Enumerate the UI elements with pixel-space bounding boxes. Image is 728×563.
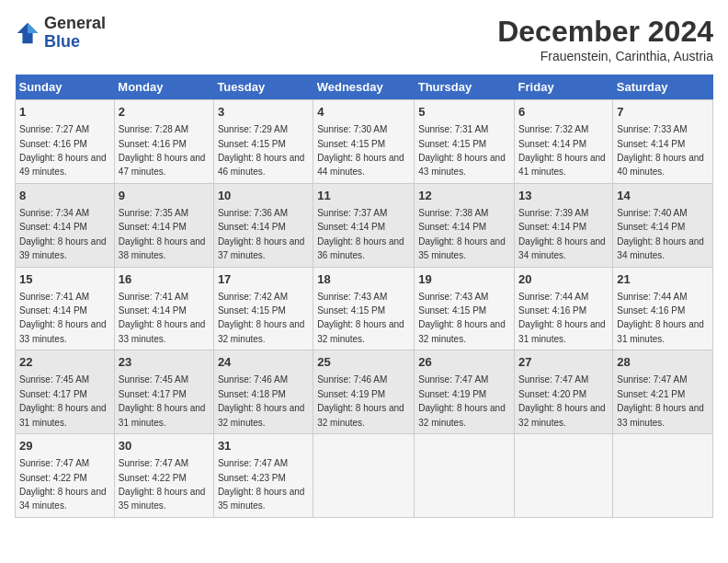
calendar-week-row: 29Sunrise: 7:47 AMSunset: 4:22 PMDayligh… [16, 434, 713, 518]
calendar-day-cell [415, 434, 515, 518]
day-info: Sunrise: 7:30 AMSunset: 4:15 PMDaylight:… [317, 124, 404, 177]
day-info: Sunrise: 7:35 AMSunset: 4:14 PMDaylight:… [119, 208, 206, 260]
day-number: 21 [617, 271, 709, 288]
logo-text: General Blue [44, 15, 106, 52]
calendar-day-cell: 30Sunrise: 7:47 AMSunset: 4:22 PMDayligh… [114, 434, 213, 518]
title-area: December 2024 Frauenstein, Carinthia, Au… [497, 15, 713, 63]
day-info: Sunrise: 7:40 AMSunset: 4:14 PMDaylight:… [617, 208, 704, 260]
calendar-day-cell [313, 434, 415, 518]
day-number: 25 [317, 354, 410, 371]
calendar-day-cell: 28Sunrise: 7:47 AMSunset: 4:21 PMDayligh… [613, 350, 713, 434]
logo: General Blue [15, 15, 106, 52]
calendar-day-cell: 4Sunrise: 7:30 AMSunset: 4:15 PMDaylight… [313, 100, 415, 184]
calendar-day-cell: 18Sunrise: 7:43 AMSunset: 4:15 PMDayligh… [313, 267, 415, 350]
calendar-day-cell: 17Sunrise: 7:42 AMSunset: 4:15 PMDayligh… [213, 267, 313, 350]
weekday-header: Wednesday [313, 75, 415, 100]
calendar-day-cell: 9Sunrise: 7:35 AMSunset: 4:14 PMDaylight… [114, 183, 213, 267]
calendar-day-cell [613, 434, 713, 518]
calendar-table: SundayMondayTuesdayWednesdayThursdayFrid… [15, 75, 713, 518]
day-number: 28 [617, 354, 709, 371]
calendar-week-row: 8Sunrise: 7:34 AMSunset: 4:14 PMDaylight… [16, 183, 713, 267]
day-number: 8 [19, 188, 110, 204]
calendar-day-cell: 7Sunrise: 7:33 AMSunset: 4:14 PMDaylight… [613, 100, 713, 184]
calendar-day-cell: 15Sunrise: 7:41 AMSunset: 4:14 PMDayligh… [16, 267, 115, 350]
day-info: Sunrise: 7:39 AMSunset: 4:14 PMDaylight:… [518, 208, 606, 260]
weekday-header: Sunday [16, 75, 115, 100]
calendar-day-cell: 20Sunrise: 7:44 AMSunset: 4:16 PMDayligh… [515, 267, 613, 350]
calendar-day-cell: 19Sunrise: 7:43 AMSunset: 4:15 PMDayligh… [415, 267, 515, 350]
day-number: 27 [518, 354, 609, 371]
calendar-week-row: 1Sunrise: 7:27 AMSunset: 4:16 PMDaylight… [16, 100, 713, 184]
day-info: Sunrise: 7:29 AMSunset: 4:15 PMDaylight:… [218, 124, 305, 177]
day-number: 26 [418, 354, 510, 371]
calendar-day-cell: 13Sunrise: 7:39 AMSunset: 4:14 PMDayligh… [515, 183, 613, 267]
day-number: 10 [218, 188, 309, 204]
weekday-header: Tuesday [213, 75, 313, 100]
day-info: Sunrise: 7:36 AMSunset: 4:14 PMDaylight:… [218, 208, 305, 260]
calendar-day-cell: 29Sunrise: 7:47 AMSunset: 4:22 PMDayligh… [16, 434, 115, 518]
day-number: 14 [617, 188, 709, 204]
day-info: Sunrise: 7:44 AMSunset: 4:16 PMDaylight:… [617, 292, 704, 344]
calendar-day-cell: 1Sunrise: 7:27 AMSunset: 4:16 PMDaylight… [16, 100, 115, 184]
calendar-day-cell: 5Sunrise: 7:31 AMSunset: 4:15 PMDaylight… [415, 100, 515, 184]
day-info: Sunrise: 7:45 AMSunset: 4:17 PMDaylight:… [19, 374, 107, 427]
day-number: 2 [119, 104, 210, 121]
calendar-day-cell: 16Sunrise: 7:41 AMSunset: 4:14 PMDayligh… [114, 267, 213, 350]
day-number: 13 [518, 188, 609, 204]
day-number: 29 [19, 438, 110, 454]
month-title: December 2024 [497, 15, 713, 49]
day-info: Sunrise: 7:27 AMSunset: 4:16 PMDaylight:… [19, 124, 107, 177]
calendar-day-cell: 6Sunrise: 7:32 AMSunset: 4:14 PMDaylight… [515, 100, 613, 184]
day-info: Sunrise: 7:47 AMSunset: 4:22 PMDaylight:… [19, 458, 107, 511]
day-info: Sunrise: 7:43 AMSunset: 4:15 PMDaylight:… [418, 292, 506, 344]
location-title: Frauenstein, Carinthia, Austria [497, 49, 713, 63]
day-info: Sunrise: 7:47 AMSunset: 4:22 PMDaylight:… [119, 458, 206, 511]
day-info: Sunrise: 7:47 AMSunset: 4:23 PMDaylight:… [218, 458, 305, 511]
day-info: Sunrise: 7:34 AMSunset: 4:14 PMDaylight:… [19, 208, 107, 260]
day-number: 9 [119, 188, 210, 204]
day-number: 12 [418, 188, 510, 204]
logo-general: General [44, 14, 106, 32]
day-info: Sunrise: 7:32 AMSunset: 4:14 PMDaylight:… [518, 124, 606, 177]
day-info: Sunrise: 7:31 AMSunset: 4:15 PMDaylight:… [418, 124, 506, 177]
calendar-day-cell: 3Sunrise: 7:29 AMSunset: 4:15 PMDaylight… [213, 100, 313, 184]
calendar-day-cell: 14Sunrise: 7:40 AMSunset: 4:14 PMDayligh… [613, 183, 713, 267]
weekday-header: Thursday [415, 75, 515, 100]
day-info: Sunrise: 7:45 AMSunset: 4:17 PMDaylight:… [119, 374, 206, 427]
calendar-day-cell: 10Sunrise: 7:36 AMSunset: 4:14 PMDayligh… [213, 183, 313, 267]
day-number: 11 [317, 188, 410, 204]
calendar-day-cell [515, 434, 613, 518]
calendar-day-cell: 24Sunrise: 7:46 AMSunset: 4:18 PMDayligh… [213, 350, 313, 434]
weekday-header-row: SundayMondayTuesdayWednesdayThursdayFrid… [16, 75, 713, 100]
calendar-day-cell: 22Sunrise: 7:45 AMSunset: 4:17 PMDayligh… [16, 350, 115, 434]
day-info: Sunrise: 7:33 AMSunset: 4:14 PMDaylight:… [617, 124, 704, 177]
day-info: Sunrise: 7:41 AMSunset: 4:14 PMDaylight:… [119, 292, 206, 344]
day-info: Sunrise: 7:47 AMSunset: 4:20 PMDaylight:… [518, 374, 606, 427]
calendar-day-cell: 11Sunrise: 7:37 AMSunset: 4:14 PMDayligh… [313, 183, 415, 267]
day-info: Sunrise: 7:44 AMSunset: 4:16 PMDaylight:… [518, 292, 606, 344]
logo-icon [15, 20, 40, 46]
calendar-day-cell: 31Sunrise: 7:47 AMSunset: 4:23 PMDayligh… [213, 434, 313, 518]
calendar-day-cell: 27Sunrise: 7:47 AMSunset: 4:20 PMDayligh… [515, 350, 613, 434]
day-number: 22 [19, 354, 110, 371]
calendar-day-cell: 2Sunrise: 7:28 AMSunset: 4:16 PMDaylight… [114, 100, 213, 184]
day-info: Sunrise: 7:47 AMSunset: 4:21 PMDaylight:… [617, 374, 704, 427]
day-number: 31 [218, 438, 309, 454]
day-info: Sunrise: 7:42 AMSunset: 4:15 PMDaylight:… [218, 292, 305, 344]
day-number: 4 [317, 104, 410, 121]
day-number: 7 [617, 104, 709, 121]
weekday-header: Monday [114, 75, 213, 100]
page-header: General Blue December 2024 Frauenstein, … [15, 15, 713, 63]
calendar-week-row: 15Sunrise: 7:41 AMSunset: 4:14 PMDayligh… [16, 267, 713, 350]
day-info: Sunrise: 7:37 AMSunset: 4:14 PMDaylight:… [317, 208, 404, 260]
calendar-week-row: 22Sunrise: 7:45 AMSunset: 4:17 PMDayligh… [16, 350, 713, 434]
day-number: 3 [218, 104, 309, 121]
day-number: 30 [119, 438, 210, 454]
day-info: Sunrise: 7:47 AMSunset: 4:19 PMDaylight:… [418, 374, 506, 427]
calendar-day-cell: 12Sunrise: 7:38 AMSunset: 4:14 PMDayligh… [415, 183, 515, 267]
calendar-day-cell: 21Sunrise: 7:44 AMSunset: 4:16 PMDayligh… [613, 267, 713, 350]
day-info: Sunrise: 7:46 AMSunset: 4:19 PMDaylight:… [317, 374, 404, 427]
day-number: 17 [218, 271, 309, 288]
day-info: Sunrise: 7:43 AMSunset: 4:15 PMDaylight:… [317, 292, 404, 344]
day-number: 1 [19, 104, 110, 121]
